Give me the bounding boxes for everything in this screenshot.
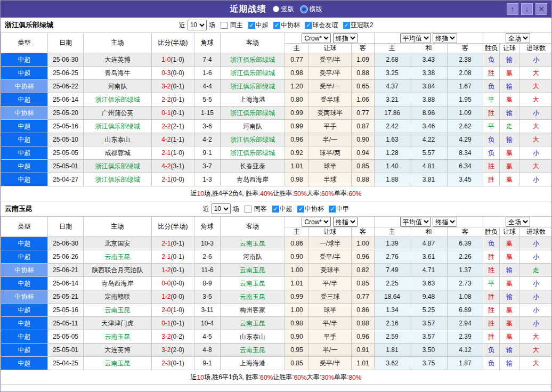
- subcol-avg-away: 客: [448, 44, 483, 53]
- away-team-cell: 云南玉昆: [221, 277, 285, 290]
- average-odds-select[interactable]: 平均值: [400, 217, 431, 227]
- match-row: 中超 25-06-25 青岛海牛 0-3(0-0) 1-6 浙江俱乐部绿城 0.…: [1, 67, 552, 80]
- away-team-name: 山东泰山: [240, 333, 265, 340]
- match-date-cell: 25-05-11: [48, 317, 84, 330]
- score-cell: 3-2(2-0): [152, 344, 194, 357]
- avg-draw-odds: 3.50: [410, 344, 448, 357]
- home-team-cell: 浙江俱乐部绿城: [84, 173, 152, 186]
- competition-filters-2: ✓中超 ✓中协杯 ✓中甲: [269, 205, 350, 214]
- fulltime-score: 3-2: [161, 346, 171, 354]
- competition-checkbox[interactable]: ✓: [273, 22, 280, 29]
- handicap-home-odds: 0.86: [285, 237, 309, 250]
- close-button[interactable]: ✕: [535, 3, 547, 15]
- result-flag: 胜: [483, 317, 500, 330]
- move-up-button[interactable]: ↑: [507, 3, 518, 15]
- move-down-button[interactable]: ↓: [521, 3, 533, 15]
- score-cell: 3-2(0-1): [152, 80, 194, 93]
- score-cell: 2-1(0-1): [152, 237, 194, 250]
- fulltime-select[interactable]: 全场: [506, 33, 530, 43]
- view-option-vertical[interactable]: 竖版: [273, 5, 294, 14]
- odds-company-select[interactable]: Crow*: [302, 217, 331, 227]
- match-count-select-2[interactable]: 10: [212, 203, 231, 214]
- home-team-name: 定南赣联: [105, 293, 131, 300]
- competition-checkbox[interactable]: ✓: [297, 206, 304, 213]
- corner-cell: 4-4: [194, 80, 221, 93]
- result-flag: 胜: [483, 250, 500, 264]
- average-final-select[interactable]: 终指: [433, 217, 457, 227]
- corner-cell: 3-6: [194, 120, 221, 133]
- handicap-line: 一/球半: [309, 237, 352, 250]
- col-corner: 角球: [194, 217, 221, 237]
- match-row: 中超 25-06-14 浙江俱乐部绿城 2-2(0-1) 5-5 上海海港 0.…: [1, 93, 552, 107]
- competition-checkbox[interactable]: ✓: [248, 22, 255, 29]
- near-label: 近: [203, 205, 209, 214]
- home-team-name: 成都蓉城: [105, 149, 131, 157]
- fulltime-select[interactable]: 全场: [506, 217, 530, 227]
- view-vertical-label[interactable]: 竖版: [281, 5, 294, 14]
- fulltime-score: 4-2: [161, 162, 171, 170]
- handicap-away-odds: 0.88: [352, 173, 375, 186]
- corner-cell: 4-5: [194, 330, 221, 344]
- view-horizontal-label[interactable]: 横版: [310, 5, 322, 14]
- competition-checkbox[interactable]: ✓: [329, 206, 336, 213]
- match-date-cell: 25-06-14: [48, 277, 84, 290]
- goals-result-flag: 大: [519, 93, 552, 107]
- avg-away-odds: 1.37: [448, 264, 483, 277]
- avg-away-odds: 1.95: [448, 93, 483, 107]
- handicap-result-flag: 赢: [500, 67, 519, 80]
- final-odds-select[interactable]: 终指: [333, 33, 358, 43]
- average-final-select[interactable]: 终指: [433, 33, 457, 43]
- competition-checkbox[interactable]: ✓: [272, 206, 279, 213]
- avg-draw-odds: 3.84: [410, 80, 448, 93]
- score-cell: 0-1(0-1): [152, 317, 194, 330]
- home-team-cell: 成都蓉城: [84, 146, 152, 160]
- corner-cell: 4-8: [194, 344, 221, 357]
- corner-cell: 10-3: [194, 237, 221, 250]
- match-date-cell: 25-04-27: [48, 173, 84, 186]
- goals-result-flag: 大: [519, 160, 552, 173]
- fulltime-score: 0-1: [161, 109, 171, 117]
- team-name-2: 云南玉昆: [5, 204, 33, 214]
- view-option-horizontal[interactable]: 横版: [301, 5, 322, 14]
- handicap-line: 受两球半: [309, 107, 352, 120]
- odds-company-select[interactable]: Crow*: [302, 33, 331, 43]
- col-home: 主场: [84, 33, 152, 53]
- subcol-handicap-result: 让球: [500, 44, 519, 53]
- avg-draw-odds: 3.61: [410, 250, 448, 264]
- match-row: 中超 25-05-16 云南玉昆 2-0(1-0) 3-11 梅州客家 1.00…: [1, 304, 552, 317]
- handicap-result-flag: 输: [500, 133, 519, 146]
- avg-away-odds: 6.89: [448, 304, 483, 317]
- avg-away-odds: 1.09: [448, 107, 483, 120]
- score-cell: 0-0(0-0): [152, 277, 194, 290]
- handicap-result-flag: 输: [500, 344, 519, 357]
- goals-result-flag: 小: [519, 250, 552, 264]
- match-count-select-1[interactable]: 10: [188, 20, 207, 30]
- handicap-result-flag: 赢: [500, 304, 519, 317]
- avg-home-odds: 3.21: [375, 93, 410, 107]
- halftime-score: (0-1): [171, 109, 184, 117]
- handicap-line: 半/一: [309, 344, 352, 357]
- final-odds-select[interactable]: 终指: [333, 217, 358, 227]
- average-odds-group: 平均值 终指: [375, 217, 483, 227]
- goals-result-flag: 大: [519, 344, 552, 357]
- matches-table-2: 类型 日期 主场 比分(半场) 角球 客场 Crow* 终指 平均值 终指 全场: [1, 216, 552, 370]
- corner-cell: 1-3: [194, 173, 221, 186]
- average-odds-select[interactable]: 平均值: [400, 33, 431, 43]
- same-venue-checkbox-2[interactable]: [245, 206, 251, 213]
- competition-checkbox[interactable]: ✓: [305, 22, 312, 29]
- home-team-cell: 定南赣联: [84, 290, 152, 304]
- away-team-name: 河南队: [243, 253, 262, 260]
- radio-unselected-icon[interactable]: [301, 6, 307, 13]
- handicap-line: 平手: [309, 330, 352, 344]
- fulltime-score: 3-2: [161, 83, 171, 90]
- match-type-cell: 中协杯: [1, 80, 48, 93]
- corner-cell: 1-15: [194, 107, 221, 120]
- handicap-away-odds: 0.86: [352, 304, 375, 317]
- away-team-cell: 浙江俱乐部绿城: [221, 133, 285, 146]
- result-flag: 胜: [483, 290, 500, 304]
- match-date-cell: 25-05-21: [48, 290, 84, 304]
- same-venue-checkbox-1[interactable]: [221, 22, 228, 29]
- radio-selected-icon[interactable]: [273, 6, 279, 12]
- score-cell: 2-2(2-1): [152, 120, 194, 133]
- competition-checkbox[interactable]: ✓: [343, 22, 350, 29]
